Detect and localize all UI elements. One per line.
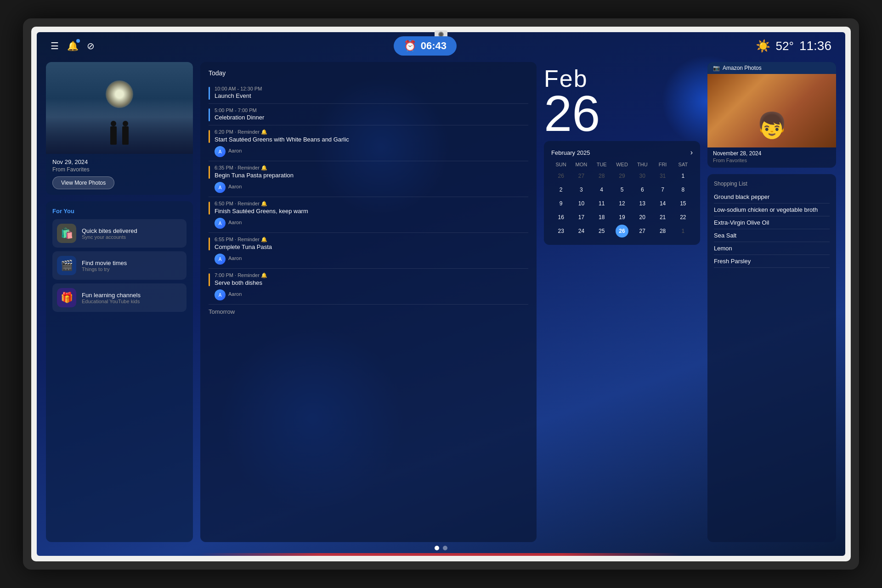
event-finish-greens: 6:50 PM · Reminder 🔔 Finish Sautéed Gree…	[209, 197, 528, 233]
calendar-header: February 2025 ›	[551, 148, 693, 157]
page-dot-2[interactable]	[443, 546, 447, 550]
amazon-photos-icon: 📷	[713, 65, 720, 71]
cal-day-22[interactable]: 22	[677, 211, 690, 224]
cal-day-6[interactable]: 6	[636, 183, 649, 196]
tomorrow-label: Tomorrow	[209, 305, 528, 319]
view-more-button[interactable]: View More Photos	[52, 176, 114, 189]
event-bar-6	[209, 237, 210, 250]
suggestion-quick-bites[interactable]: 🛍️ Quick bites delivered Sync your accou…	[52, 219, 187, 248]
middle-panel: Today 10:00 AM - 12:30 PM Launch Event	[200, 62, 700, 542]
event-time-4: 6:35 PM · Reminder 🔔	[215, 165, 528, 171]
photo-image	[46, 62, 193, 154]
temperature-display: 52°	[776, 39, 794, 53]
event-time-6: 6:55 PM · Reminder 🔔	[215, 237, 528, 243]
cal-day-19[interactable]: 19	[616, 211, 628, 224]
event-content-7: 7:00 PM · Reminder 🔔 Serve both dishes A…	[215, 272, 528, 300]
event-bar-3	[209, 130, 210, 143]
cal-day-1-next[interactable]: 1	[677, 225, 690, 237]
movie-times-icon: 🎬	[57, 256, 76, 275]
amazon-photos-header: 📷 Amazon Photos	[707, 62, 836, 74]
main-content: Nov 29, 2024 From Favorites View More Ph…	[46, 62, 836, 542]
event-tuna: 6:35 PM · Reminder 🔔 Begin Tuna Pasta pr…	[209, 161, 528, 197]
suggestion-learning-channels[interactable]: 🎁 Fun learning channels Educational YouT…	[52, 283, 187, 312]
cal-day-1[interactable]: 1	[677, 170, 690, 182]
clock-time: 06:43	[421, 40, 447, 52]
event-time-1: 10:00 AM - 12:30 PM	[215, 86, 528, 91]
calendar-grid: SUN MON TUE WED THU FRI SAT 26 27 28	[551, 160, 693, 237]
shopping-item-5: Lemon	[714, 242, 830, 255]
event-time-2: 5:00 PM - 7:00 PM	[215, 107, 528, 113]
learning-channels-icon: 🎁	[57, 288, 76, 307]
notification-icon[interactable]: 🔔	[67, 40, 79, 51]
cal-day-12[interactable]: 12	[616, 197, 628, 210]
cal-day-25[interactable]: 25	[595, 225, 608, 237]
dow-wed: WED	[612, 160, 632, 169]
cal-day-5[interactable]: 5	[616, 183, 628, 196]
red-accent-bar	[37, 553, 845, 556]
cal-day-23[interactable]: 23	[554, 225, 567, 237]
top-bar: ☰ 🔔 ⊘ ⏰ 06:43 ☀️ 52° 11:36	[37, 32, 845, 60]
event-content-1: 10:00 AM - 12:30 PM Launch Event	[215, 86, 528, 99]
cal-day-26-today[interactable]: 26	[616, 225, 628, 237]
amazon-photo-from: From Favorites	[707, 158, 836, 168]
events-section: Today 10:00 AM - 12:30 PM Launch Event	[200, 62, 537, 542]
cal-day-24[interactable]: 24	[575, 225, 588, 237]
cal-day-16[interactable]: 16	[554, 211, 567, 224]
dow-mon: MON	[571, 160, 591, 169]
clock-widget[interactable]: ⏰ 06:43	[394, 36, 457, 56]
person-silhouette-1	[110, 126, 117, 145]
calendar-column: Feb 26 February 2025 › SUN MON	[544, 62, 700, 542]
cal-day-28-prev[interactable]: 28	[595, 170, 608, 182]
cal-day-27[interactable]: 27	[636, 225, 649, 237]
cal-day-28[interactable]: 28	[656, 225, 669, 237]
event-dinner: 5:00 PM - 7:00 PM Celebration Dinner	[209, 104, 528, 125]
calendar-next-button[interactable]: ›	[690, 148, 693, 157]
cal-day-3[interactable]: 3	[575, 183, 588, 196]
person-silhouette-2	[122, 126, 129, 145]
cal-day-15[interactable]: 15	[677, 197, 690, 210]
cal-day-14[interactable]: 14	[656, 197, 669, 210]
quick-bites-subtitle: Sync your accounts	[82, 234, 137, 240]
shopping-item-3: Extra-Virgin Olive Oil	[714, 216, 830, 229]
cal-day-8[interactable]: 8	[677, 183, 690, 196]
event-complete-tuna: 6:55 PM · Reminder 🔔 Complete Tuna Pasta…	[209, 233, 528, 269]
event-title-5: Finish Sautéed Greens, keep warm	[215, 208, 528, 215]
shopping-list-card: Shopping List Ground black pepper Low-so…	[707, 174, 836, 542]
cal-day-13[interactable]: 13	[636, 197, 649, 210]
cal-day-10[interactable]: 10	[575, 197, 588, 210]
event-time-5: 6:50 PM · Reminder 🔔	[215, 201, 528, 207]
cal-day-9[interactable]: 9	[554, 197, 567, 210]
event-content-5: 6:50 PM · Reminder 🔔 Finish Sautéed Gree…	[215, 201, 528, 229]
avatar-6: A	[215, 254, 226, 265]
quick-bites-title: Quick bites delivered	[82, 227, 137, 234]
big-date-container: Feb 26	[544, 62, 700, 141]
cal-day-21[interactable]: 21	[656, 211, 669, 224]
cal-day-17[interactable]: 17	[575, 211, 588, 224]
event-person-7: A Aaron	[215, 288, 528, 300]
event-title-1: Launch Event	[215, 92, 528, 99]
page-dot-1[interactable]	[435, 546, 439, 550]
silhouette	[110, 126, 129, 145]
cal-day-29-prev[interactable]: 29	[616, 170, 628, 182]
event-title-4: Begin Tuna Pasta preparation	[215, 172, 528, 179]
shopping-item-1: Ground black pepper	[714, 191, 830, 204]
cal-day-4[interactable]: 4	[595, 183, 608, 196]
cal-day-31-prev[interactable]: 31	[656, 170, 669, 182]
cal-day-30-prev[interactable]: 30	[636, 170, 649, 182]
cal-day-26-prev[interactable]: 26	[554, 170, 567, 182]
cal-day-20[interactable]: 20	[636, 211, 649, 224]
event-content-4: 6:35 PM · Reminder 🔔 Begin Tuna Pasta pr…	[215, 165, 528, 193]
cal-day-11[interactable]: 11	[595, 197, 608, 210]
menu-icon[interactable]: ☰	[51, 40, 59, 51]
cal-day-7[interactable]: 7	[656, 183, 669, 196]
no-disturb-icon[interactable]: ⊘	[87, 40, 95, 51]
cal-day-2[interactable]: 2	[554, 183, 567, 196]
event-content-2: 5:00 PM - 7:00 PM Celebration Dinner	[215, 107, 528, 121]
suggestion-movie-times[interactable]: 🎬 Find movie times Things to try	[52, 251, 187, 280]
shopping-list-title: Shopping List	[714, 181, 830, 187]
for-you-title: For You	[52, 208, 187, 215]
cal-day-27-prev[interactable]: 27	[575, 170, 588, 182]
cal-day-18[interactable]: 18	[595, 211, 608, 224]
event-time-3: 6:20 PM · Reminder 🔔	[215, 129, 528, 135]
photo-info: Nov 29, 2024 From Favorites View More Ph…	[46, 154, 193, 195]
